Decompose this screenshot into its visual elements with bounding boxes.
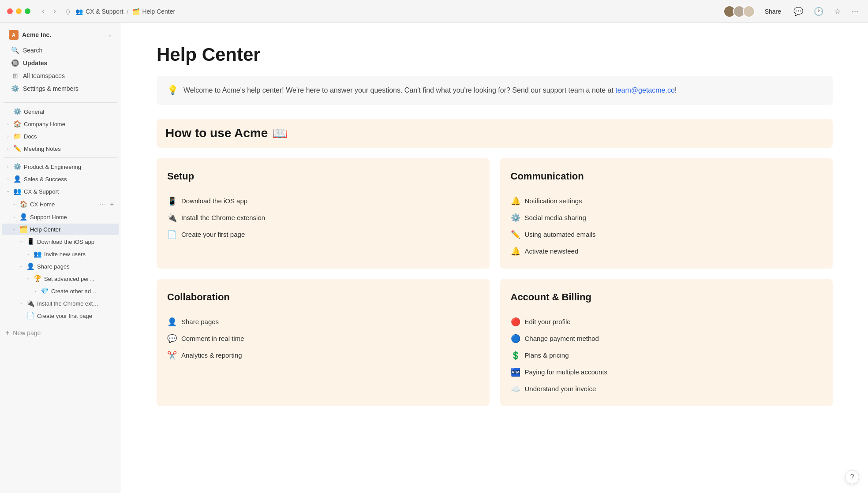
setup-items: 📱 Download the iOS app 🔌 Install the Chr…: [167, 193, 479, 243]
create-other-expand-icon: ›: [33, 289, 38, 294]
billing-item-plans[interactable]: 💲 Plans & pricing: [511, 347, 823, 364]
breadcrumb-separator: /: [127, 8, 129, 15]
breadcrumb-help-center[interactable]: 🗂️ Help Center: [132, 8, 176, 15]
sidebar-item-help-center[interactable]: › 🗂️ Help Center: [2, 224, 119, 235]
workspace-header[interactable]: A Acme Inc. ⌄: [5, 27, 116, 42]
plans-label: Plans & pricing: [525, 351, 569, 359]
sidebar-item-create-other[interactable]: › 💎 Create other ad…: [2, 285, 119, 297]
content-area: Help Center 💡 Welcome to Acme's help cen…: [121, 23, 868, 493]
share-pages-expand-icon: ›: [19, 264, 24, 269]
communication-items: 🔔 Notification settings ⚙️ Social media …: [511, 193, 823, 260]
favorite-button[interactable]: ☆: [831, 5, 844, 18]
sidebar-item-create-first-page[interactable]: 📄 Create your first page: [2, 310, 119, 321]
cx-support-icon: 👥: [75, 8, 83, 15]
first-page-label: Create your first page: [181, 231, 245, 238]
forward-button[interactable]: ›: [51, 6, 59, 17]
billing-item-profile[interactable]: 🔴 Edit your profile: [511, 314, 823, 330]
breadcrumb-cx-support[interactable]: 👥 CX & Support: [75, 8, 123, 15]
sidebar-item-set-advanced[interactable]: › 🏆 Set advanced per…: [2, 273, 119, 284]
account-billing-items: 🔴 Edit your profile 🔵 Change payment met…: [511, 314, 823, 397]
close-button[interactable]: [7, 8, 13, 14]
sidebar-item-company-home[interactable]: › 🏠 Company Home: [2, 118, 119, 130]
collab-item-analytics[interactable]: ✂️ Analytics & reporting: [167, 347, 479, 364]
workspace-name: Acme Inc.: [22, 31, 104, 38]
sidebar-item-invite-users[interactable]: › 👥 Invite new users: [2, 248, 119, 260]
sidebar-item-cx-support[interactable]: › 👥 CX & Support: [2, 186, 119, 197]
first-page-icon: 📄: [167, 230, 177, 239]
setup-item-chrome[interactable]: 🔌 Install the Chrome extension: [167, 209, 479, 226]
section-title: How to use Acme: [165, 126, 268, 140]
billing-item-multiple[interactable]: 🏧 Paying for multiple accounts: [511, 364, 823, 381]
info-box: 💡 Welcome to Acme's help center! We're h…: [157, 76, 833, 105]
invoice-icon: ☁️: [511, 384, 520, 394]
multiple-accounts-label: Paying for multiple accounts: [525, 368, 608, 376]
sidebar-item-updates[interactable]: 🔘 Updates: [7, 57, 114, 69]
more-button[interactable]: ···: [849, 5, 861, 18]
sidebar-divider-1: [4, 102, 117, 103]
set-advanced-expand-icon: ›: [26, 276, 31, 281]
comment-button[interactable]: 💬: [791, 5, 806, 18]
collaboration-card: Collaboration 👤 Share pages 💬 Comment in…: [157, 279, 490, 406]
comm-item-newsfeed[interactable]: 🔔 Activate newsfeed: [511, 243, 823, 260]
share-button[interactable]: Share: [760, 6, 786, 17]
sidebar-item-product-engineering[interactable]: › ⚙️ Product & Engineering: [2, 161, 119, 172]
share-pages-icon: 👤: [26, 262, 34, 270]
set-advanced-label: Set advanced per…: [44, 276, 116, 282]
collab-item-share[interactable]: 👤 Share pages: [167, 314, 479, 330]
settings-icon: ⚙️: [11, 85, 19, 93]
cx-home-icon: 🏠: [19, 200, 27, 208]
sidebar-item-install-chrome[interactable]: › 🔌 Install the Chrome ext…: [2, 298, 119, 309]
sidebar-item-cx-home[interactable]: › 🏠 CX Home ··· +: [2, 198, 119, 210]
maximize-button[interactable]: [25, 8, 30, 14]
install-chrome-expand-icon: ›: [19, 301, 24, 306]
new-page-button[interactable]: + New page: [0, 325, 121, 340]
help-button[interactable]: ?: [845, 470, 859, 484]
setup-item-ios[interactable]: 📱 Download the iOS app: [167, 193, 479, 209]
history-button[interactable]: 🕐: [811, 5, 826, 18]
billing-item-payment[interactable]: 🔵 Change payment method: [511, 330, 823, 347]
cx-home-add-btn[interactable]: +: [108, 200, 116, 209]
sidebar-item-sales[interactable]: › 👤 Sales & Success: [2, 173, 119, 185]
cx-home-expand-icon: ›: [11, 202, 17, 207]
info-box-text: Welcome to Acme's help center! We're her…: [183, 85, 677, 96]
sidebar-item-search[interactable]: 🔍 Search: [7, 44, 114, 56]
comm-item-social[interactable]: ⚙️ Social media sharing: [511, 209, 823, 226]
notifications-icon: 🔔: [511, 196, 520, 206]
sidebar-item-share-pages[interactable]: › 👤 Share pages: [2, 261, 119, 272]
ios-label: Download the iOS app: [181, 197, 247, 205]
sidebar-item-meeting-notes[interactable]: › ✏️ Meeting Notes: [2, 143, 119, 154]
info-text-after: !: [675, 86, 677, 94]
chrome-icon: 🔌: [167, 213, 177, 223]
sidebar-item-general[interactable]: ⚙️ General: [2, 106, 119, 117]
titlebar-right: Share 💬 🕐 ☆ ···: [723, 5, 861, 18]
billing-item-invoice[interactable]: ☁️ Understand your invoice: [511, 381, 823, 397]
sidebar-item-support-home[interactable]: › 👤 Support Home: [2, 211, 119, 223]
create-first-page-icon: 📄: [26, 312, 34, 320]
general-label: General: [24, 108, 116, 115]
sidebar-item-docs[interactable]: › 📁 Docs: [2, 131, 119, 142]
back-button[interactable]: ‹: [39, 6, 47, 17]
sidebar-item-download-ios[interactable]: › 📱 Download the iOS app: [2, 236, 119, 247]
collab-item-comment[interactable]: 💬 Comment in real time: [167, 330, 479, 347]
meeting-notes-label: Meeting Notes: [24, 146, 116, 152]
comm-item-notifications[interactable]: 🔔 Notification settings: [511, 193, 823, 209]
cx-label: CX & Support: [24, 188, 116, 195]
download-ios-label: Download the iOS app: [37, 239, 116, 245]
comm-item-emails[interactable]: ✏️ Using automated emails: [511, 226, 823, 243]
invite-users-label: Invite new users: [44, 251, 116, 258]
avatar-3: [743, 5, 755, 18]
minimize-button[interactable]: [16, 8, 22, 14]
sidebar-item-settings[interactable]: ⚙️ Settings & members: [7, 82, 114, 95]
sidebar-item-all-teamspaces[interactable]: ⊞ All teamspaces: [7, 70, 114, 82]
cx-home-more-btn[interactable]: ···: [98, 200, 107, 209]
help-center-icon: 🗂️: [132, 8, 140, 15]
sidebar-toggle-button[interactable]: ⟨⟩: [66, 8, 70, 15]
setup-item-first-page[interactable]: 📄 Create your first page: [167, 226, 479, 243]
emails-label: Using automated emails: [525, 231, 596, 238]
cx-expand-icon: ›: [6, 189, 11, 194]
breadcrumb: 👥 CX & Support / 🗂️ Help Center: [75, 8, 175, 15]
newsfeed-label: Activate newsfeed: [525, 247, 579, 255]
setup-title: Setup: [167, 167, 479, 186]
titlebar: ‹ › ⟨⟩ 👥 CX & Support / 🗂️ Help Center S…: [0, 0, 868, 23]
email-link[interactable]: team@getacme.co: [615, 86, 675, 94]
